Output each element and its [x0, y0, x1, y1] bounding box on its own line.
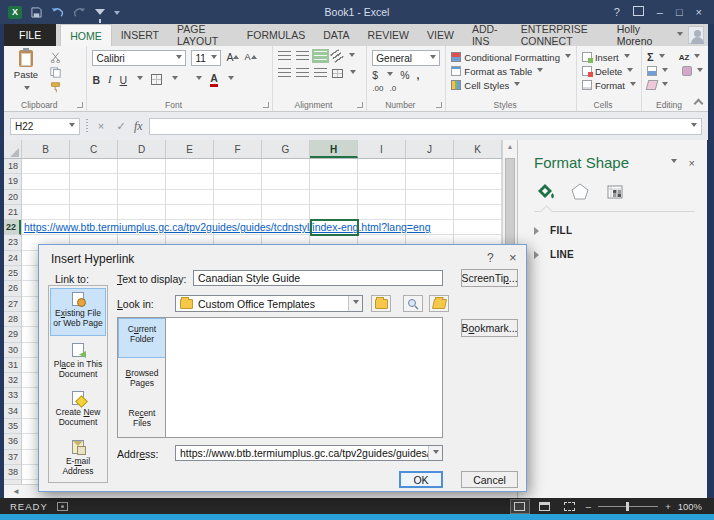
row-header-34[interactable]: 34: [4, 404, 21, 419]
format-as-table-button[interactable]: Format as Table: [451, 64, 571, 78]
shrink-font-button[interactable]: A: [244, 52, 256, 64]
insert-cells-button[interactable]: Insert: [582, 50, 636, 64]
font-color-button[interactable]: A: [210, 72, 218, 87]
align-right-button[interactable]: [314, 68, 327, 78]
underline-button[interactable]: U: [120, 74, 128, 86]
link-to-create-new-document[interactable]: Create New Document: [51, 388, 105, 430]
tab-insert[interactable]: INSERT: [112, 24, 168, 46]
column-header-B[interactable]: B: [22, 140, 70, 158]
tab-view[interactable]: VIEW: [418, 24, 463, 46]
cell-styles-button[interactable]: Cell Styles: [451, 78, 571, 92]
filter-icon[interactable]: [95, 9, 105, 15]
ok-button[interactable]: OK: [399, 471, 443, 488]
zoom-level[interactable]: 100%: [678, 501, 702, 512]
column-header-C[interactable]: C: [70, 140, 118, 158]
effects-tab-icon[interactable]: [570, 182, 590, 201]
column-header-D[interactable]: D: [118, 140, 166, 158]
alignment-dialog-launcher[interactable]: [357, 102, 363, 108]
cancel-entry-icon[interactable]: ×: [94, 120, 108, 132]
paste-button[interactable]: Paste: [9, 50, 43, 98]
row-header-35[interactable]: 35: [4, 419, 21, 434]
row-header-38[interactable]: 38: [4, 465, 21, 480]
current-folder-tab[interactable]: CurrentFolder: [119, 319, 165, 357]
account-area[interactable]: Holly Moreno: [617, 24, 708, 46]
link-to-email-address[interactable]: E-mail Address: [51, 437, 105, 479]
font-size-combo[interactable]: 11: [191, 50, 221, 66]
row-header-33[interactable]: 33: [4, 388, 21, 403]
italic-button[interactable]: I: [108, 74, 112, 85]
font-name-combo[interactable]: Calibri: [92, 50, 186, 66]
column-header-K[interactable]: K: [454, 140, 502, 158]
select-all-button[interactable]: [4, 140, 22, 159]
column-header-G[interactable]: G: [262, 140, 310, 158]
row-header-36[interactable]: 36: [4, 434, 21, 449]
zoom-slider[interactable]: [598, 506, 658, 507]
dialog-close-icon[interactable]: ×: [509, 250, 517, 265]
column-header-I[interactable]: I: [358, 140, 406, 158]
tab-review[interactable]: REVIEW: [359, 24, 418, 46]
merge-center-button[interactable]: [332, 69, 343, 78]
column-header-J[interactable]: J: [406, 140, 454, 158]
sort-filter-button[interactable]: AZ: [679, 53, 690, 62]
name-box-splitter[interactable]: [86, 119, 88, 133]
row-header-26[interactable]: 26: [4, 281, 21, 296]
scroll-up-icon[interactable]: ▲: [503, 140, 517, 150]
row-header-20[interactable]: 20: [4, 190, 21, 205]
bold-button[interactable]: B: [92, 74, 100, 86]
page-break-view-button[interactable]: [561, 500, 579, 513]
row-header-32[interactable]: 32: [4, 373, 21, 388]
tab-page-layout[interactable]: PAGE LAYOUT: [168, 24, 238, 46]
row-header-37[interactable]: 37: [4, 450, 21, 465]
number-dialog-launcher[interactable]: [436, 102, 442, 108]
bookmark-button[interactable]: Bookmark...: [461, 319, 518, 337]
link-to-place-in-document[interactable]: Place in This Document: [51, 340, 105, 382]
column-header-E[interactable]: E: [166, 140, 214, 158]
zoom-slider-thumb[interactable]: [626, 502, 629, 511]
cut-icon[interactable]: [50, 52, 61, 63]
ribbon-display-options-icon[interactable]: [633, 6, 644, 16]
browsed-pages-tab[interactable]: BrowsedPages: [119, 363, 165, 401]
look-in-combo[interactable]: Custom Office Templates: [175, 295, 363, 312]
clear-button[interactable]: [646, 80, 659, 90]
find-select-button[interactable]: [682, 66, 692, 76]
name-box[interactable]: H22: [10, 118, 80, 135]
formula-input[interactable]: [149, 118, 702, 135]
pane-section-line[interactable]: LINE: [534, 249, 707, 260]
browse-web-button[interactable]: [403, 295, 423, 312]
accounting-format-button[interactable]: $: [372, 69, 378, 81]
format-cells-button[interactable]: Format: [582, 78, 636, 92]
pane-section-fill[interactable]: FILL: [534, 225, 707, 236]
row-header-24[interactable]: 24: [4, 251, 21, 266]
restore-icon[interactable]: □: [676, 6, 683, 18]
help-icon[interactable]: ?: [614, 6, 620, 18]
conditional-formatting-button[interactable]: Conditional Formatting: [451, 50, 571, 64]
address-chevron-icon[interactable]: [428, 446, 442, 460]
number-format-combo[interactable]: General: [372, 50, 440, 66]
tab-add-ins[interactable]: ADD-INS: [463, 24, 512, 46]
tab-file[interactable]: FILE: [4, 24, 56, 46]
expand-formula-bar-icon[interactable]: [691, 123, 697, 130]
macro-record-icon[interactable]: [57, 502, 68, 511]
align-bottom-button[interactable]: [314, 51, 327, 61]
size-properties-tab-icon[interactable]: [605, 182, 625, 201]
align-center-button[interactable]: [296, 68, 309, 78]
pane-close-icon[interactable]: ×: [689, 157, 695, 169]
enter-entry-icon[interactable]: ✓: [114, 120, 128, 133]
recent-files-tab[interactable]: RecentFiles: [119, 403, 165, 441]
orientation-button[interactable]: [330, 49, 344, 63]
row-header-29[interactable]: 29: [4, 327, 21, 342]
zoom-in-button[interactable]: +: [665, 501, 671, 512]
format-painter-icon[interactable]: [50, 82, 61, 93]
row-header-31[interactable]: 31: [4, 358, 21, 373]
look-in-chevron-icon[interactable]: [348, 296, 362, 311]
dialog-help-icon[interactable]: ?: [487, 251, 494, 265]
align-middle-button[interactable]: [296, 51, 309, 61]
row-header-19[interactable]: 19: [4, 174, 21, 189]
cancel-button[interactable]: Cancel: [461, 471, 518, 488]
browse-file-button[interactable]: [429, 295, 449, 312]
row-header-27[interactable]: 27: [4, 297, 21, 312]
row-header-30[interactable]: 30: [4, 343, 21, 358]
tab-enterprise-connect[interactable]: ENTERPRISE CONNECT: [512, 24, 617, 46]
page-layout-view-button[interactable]: [536, 500, 554, 513]
tab-formulas[interactable]: FORMULAS: [238, 24, 314, 46]
